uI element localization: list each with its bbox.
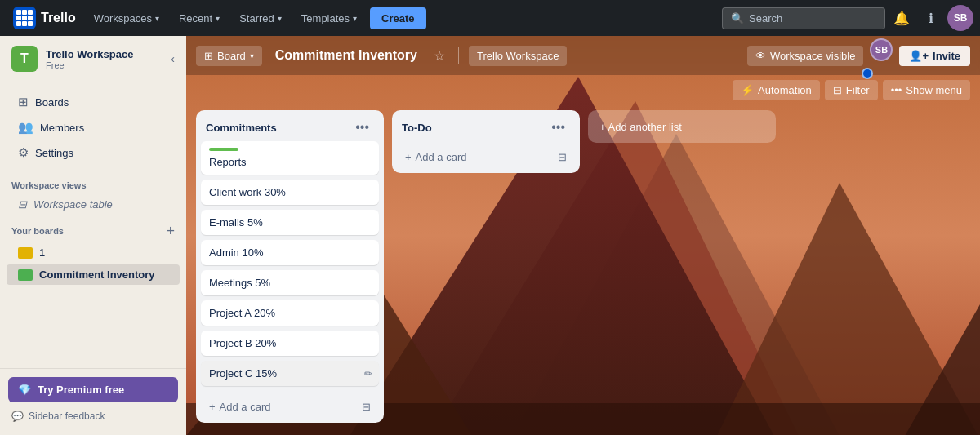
create-button[interactable]: Create (370, 7, 425, 29)
starred-label: Starred (239, 12, 274, 24)
workspace-name: Trello Workspace (46, 48, 163, 60)
sidebar-feedback-link[interactable]: 💬 Sidebar feedback (8, 406, 178, 427)
add-card-todo-button[interactable]: + Add a card ⊟ (399, 146, 573, 168)
board-user-avatar[interactable]: SB (870, 38, 893, 61)
add-card-commitments-button[interactable]: + Add a card ⊟ (203, 396, 377, 418)
sidebar-header: T Trello Workspace Free ‹ (0, 36, 186, 82)
sidebar-item-boards[interactable]: ⊞ Boards (7, 90, 180, 114)
list-todo: To-Do ••• + Add a card ⊟ (392, 110, 580, 173)
members-icon: 👥 (18, 120, 33, 135)
card-reports-text: Reports (209, 156, 247, 168)
board-1-label: 1 (39, 246, 45, 259)
card-project-c[interactable]: Project C 15% ✏ (201, 361, 379, 386)
feedback-icon: 💬 (11, 411, 24, 422)
starred-menu[interactable]: Starred ▾ (231, 7, 290, 29)
card-meetings[interactable]: Meetings 5% (201, 270, 379, 295)
workspace-label-button[interactable]: Trello Workspace (469, 46, 567, 66)
board-view-icon: ⊞ (204, 50, 213, 62)
list-todo-footer: + Add a card ⊟ (392, 141, 580, 173)
sidebar-members-label: Members (40, 122, 84, 134)
card-reports[interactable]: Reports (201, 141, 379, 175)
card-project-a-text: Project A 20% (209, 307, 275, 319)
automation-label: Automation (758, 84, 812, 96)
board-action-bar: ⚡ Automation ⊟ Filter ••• Show menu (186, 75, 980, 105)
premium-label: Try Premium free (38, 384, 124, 396)
workspace-badge-label: Trello Workspace (477, 50, 559, 62)
starred-chevron-icon: ▾ (278, 14, 282, 23)
list-todo-menu-button[interactable]: ••• (546, 118, 570, 136)
app-logo[interactable]: Trello (7, 7, 82, 29)
card-admin[interactable]: Admin 10% (201, 240, 379, 265)
board-commitment-label: Commitment Inventory (39, 269, 155, 281)
filter-button[interactable]: ⊟ Filter (825, 80, 878, 100)
invite-button[interactable]: 👤+ Invite (899, 46, 970, 66)
create-label: Create (381, 12, 414, 24)
boards-icon: ⊞ (18, 95, 29, 109)
star-icon: ☆ (434, 49, 445, 63)
search-placeholder: Search (749, 12, 782, 24)
sidebar-item-workspace-table[interactable]: ⊟ Workspace table (7, 194, 180, 215)
board-area: ⊞ Board ▾ Commitment Inventory ☆ Trello … (186, 36, 980, 435)
board-star-button[interactable]: ☆ (430, 45, 448, 67)
search-input[interactable]: 🔍 Search (722, 7, 885, 29)
card-client-work[interactable]: Client work 30% (201, 180, 379, 205)
templates-label: Templates (301, 12, 350, 24)
card-meetings-text: Meetings 5% (209, 277, 270, 289)
user-avatar[interactable]: SB (947, 5, 973, 31)
lightning-icon: ⚡ (741, 84, 754, 96)
add-another-list-button[interactable]: + Add another list (588, 110, 776, 143)
workspace-icon: T (11, 46, 38, 72)
card-project-a[interactable]: Project A 20% (201, 300, 379, 326)
bell-icon: 🔔 (893, 11, 910, 26)
card-label-green (209, 148, 238, 151)
card-project-c-text: Project C 15% (209, 367, 277, 380)
sidebar-collapse-button[interactable]: ‹ (171, 52, 175, 65)
try-premium-button[interactable]: 💎 Try Premium free (8, 377, 178, 402)
plus-icon: + (209, 401, 216, 413)
workspace-visible-button[interactable]: 👁 Workspace visible (747, 46, 864, 66)
visibility-label: Workspace visible (770, 50, 856, 62)
template-icon: ⊟ (362, 401, 371, 413)
template-icon-todo: ⊟ (558, 151, 567, 163)
info-button[interactable]: ℹ (918, 5, 944, 31)
sidebar-item-settings[interactable]: ⚙ Settings (7, 140, 180, 165)
card-emails[interactable]: E-mails 5% (201, 210, 379, 235)
templates-chevron-icon: ▾ (353, 14, 357, 23)
add-board-button[interactable]: + (166, 224, 175, 238)
sidebar-board-1[interactable]: 1 (7, 242, 180, 263)
workspaces-menu[interactable]: Workspaces ▾ (86, 7, 167, 29)
list-commitments-menu-button[interactable]: ••• (350, 118, 374, 136)
add-list-label: + Add another list (599, 121, 682, 133)
notifications-button[interactable]: 🔔 (889, 5, 915, 31)
avatar-wrapper: SB (870, 38, 893, 73)
invite-label: Invite (933, 50, 960, 62)
recent-menu[interactable]: Recent ▾ (171, 7, 228, 29)
plus-icon-todo: + (405, 151, 412, 163)
show-menu-button[interactable]: ••• Show menu (883, 80, 970, 100)
sidebar-board-commitment-inventory[interactable]: Commitment Inventory (7, 264, 180, 285)
card-project-b[interactable]: Project B 20% (201, 331, 379, 356)
workspace-plan: Free (46, 60, 163, 70)
list-commitments: Commitments ••• Reports Client work 30% … (196, 110, 384, 423)
menu-dots-icon: ••• (891, 84, 902, 96)
automation-button[interactable]: ⚡ Automation (733, 80, 820, 100)
card-client-work-text: Client work 30% (209, 186, 286, 198)
list-commitments-cards: Reports Client work 30% E-mails 5% Admin… (196, 141, 384, 391)
lists-area: Commitments ••• Reports Client work 30% … (186, 105, 980, 435)
sidebar-bottom: 💎 Try Premium free 💬 Sidebar feedback (0, 368, 186, 435)
settings-icon: ⚙ (18, 145, 29, 160)
trello-logo-icon (13, 7, 36, 29)
board-view-button[interactable]: ⊞ Board ▾ (196, 46, 262, 66)
board-thumb-1 (18, 247, 33, 259)
logo-grid (16, 10, 33, 26)
show-menu-label: Show menu (906, 84, 962, 96)
list-commitments-title: Commitments (206, 122, 277, 134)
add-card-todo-label: Add a card (416, 151, 467, 163)
header-divider (458, 47, 459, 64)
workspace-info: Trello Workspace Free (46, 48, 163, 70)
sidebar-item-members[interactable]: 👥 Members (7, 115, 180, 140)
sidebar: T Trello Workspace Free ‹ ⊞ Boards 👥 Mem… (0, 36, 186, 435)
workspaces-label: Workspaces (94, 12, 152, 24)
templates-menu[interactable]: Templates ▾ (293, 7, 365, 29)
board-title[interactable]: Commitment Inventory (269, 45, 424, 66)
